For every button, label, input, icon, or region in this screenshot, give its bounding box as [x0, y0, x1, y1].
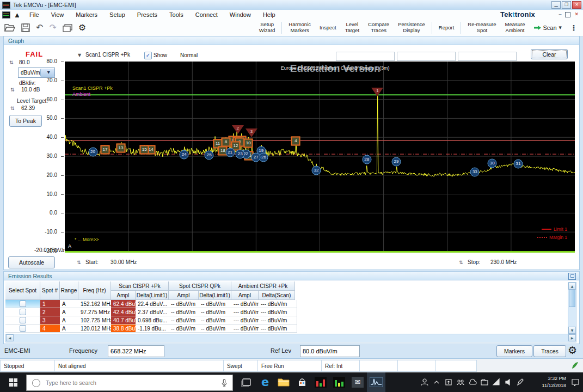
taskbar-app-scope-red[interactable]	[311, 372, 330, 392]
taskbar-app-edge[interactable]: e	[256, 372, 274, 392]
marker-33[interactable]: 33	[470, 167, 480, 176]
trace-slot-empty[interactable]	[458, 52, 517, 61]
spot-checkbox[interactable]	[20, 325, 26, 332]
menu-setup[interactable]: Setup	[103, 11, 131, 18]
marker-31[interactable]: 31	[513, 159, 523, 168]
marker-24[interactable]: 24	[180, 150, 189, 159]
db-div-spinner[interactable]: ⇅	[10, 87, 15, 93]
mdi-restore-icon[interactable]	[565, 12, 570, 17]
microphone-icon[interactable]	[220, 378, 228, 387]
menu-presets[interactable]: Presets	[131, 11, 163, 18]
toolbar-measure-ambient[interactable]: Measure Ambient	[501, 22, 529, 34]
taskbar-clock[interactable]: 3:32 PM 11/12/2018	[527, 375, 566, 389]
toolbar-level-target[interactable]: Level Target	[341, 22, 363, 34]
spot-number-cell[interactable]: 3	[40, 316, 62, 324]
open-file-icon[interactable]	[4, 23, 15, 32]
column-header-spot-cispr-qpk-delta-limit1[interactable]: Delta(Limit1)	[199, 291, 231, 300]
eject-icon[interactable]: ▲	[15, 13, 19, 17]
column-header-range[interactable]: Range	[60, 281, 78, 300]
ref-level-value[interactable]: 80.0	[19, 59, 29, 65]
spot-checkbox[interactable]	[20, 317, 26, 323]
scroll-left-icon[interactable]: ◀	[6, 334, 14, 341]
marker-4[interactable]: 4	[291, 137, 300, 146]
toolbar-persistence-display[interactable]: Persistence Display	[394, 22, 429, 34]
menu-connect[interactable]: Connect	[189, 11, 224, 18]
ref-level-spinner[interactable]: ⇅	[9, 60, 14, 65]
spectrum-plot[interactable]: Education Version Europe EN55022 Mobiles…	[65, 62, 575, 253]
taskbar-app-scope-green[interactable]	[330, 372, 348, 392]
stop-value[interactable]: 230.0 MHz	[490, 259, 517, 265]
menu-tools[interactable]: Tools	[163, 11, 189, 18]
marker-17[interactable]: 17	[101, 145, 110, 155]
marker-30[interactable]: 30	[488, 158, 497, 168]
column-header-freq-hz[interactable]: Freq (Hz)	[78, 281, 111, 300]
tray-network-icon[interactable]	[492, 378, 501, 387]
settings-gear-icon[interactable]: ⚙	[78, 23, 86, 32]
copy-window-icon[interactable]	[63, 24, 72, 32]
trace-slot-empty[interactable]	[336, 52, 395, 61]
trace-slot-empty[interactable]	[397, 52, 456, 61]
frequency-input[interactable]	[108, 345, 164, 357]
redo-icon[interactable]: ↷	[49, 23, 56, 32]
marker-25[interactable]: 25	[205, 150, 214, 160]
marker-10[interactable]: 10	[244, 138, 253, 148]
column-header-select-spot[interactable]: Select Spot	[5, 281, 40, 300]
trace-selector[interactable]: Scan1 CISPR +Pk	[85, 52, 130, 58]
table-horizontal-scrollbar[interactable]: ◀ ▶	[5, 334, 576, 342]
scroll-right-icon[interactable]: ▶	[568, 334, 576, 341]
spot-checkbox[interactable]	[20, 301, 26, 307]
marker-8[interactable]: 8	[222, 137, 231, 146]
level-target-value[interactable]: 62.39	[21, 105, 35, 111]
show-checkbox[interactable]: ✓	[144, 52, 152, 59]
marker-28[interactable]: 28	[362, 155, 371, 164]
minimize-button[interactable]: ▁	[551, 1, 561, 9]
db-div-value[interactable]: 10.0 dB	[21, 87, 40, 93]
start-value[interactable]: 30.00 MHz	[111, 259, 137, 265]
autoscale-button[interactable]: Autoscale	[8, 256, 55, 268]
taskbar-app-mail[interactable]: ✉	[348, 372, 367, 392]
log-quill-icon[interactable]	[571, 362, 579, 369]
scan-button[interactable]: Scan ▼	[530, 24, 566, 32]
maximize-button[interactable]: ❐	[562, 1, 571, 9]
tray-pen-icon[interactable]	[516, 378, 525, 387]
taskbar-search[interactable]	[26, 375, 233, 391]
column-header-ambient-cispr-pk-delta-scan[interactable]: Delta(Scan)	[259, 291, 295, 300]
overflow-menu-icon[interactable]: ⋮	[567, 23, 581, 32]
tray-cloud-icon[interactable]	[468, 378, 477, 387]
menu-file[interactable]: File	[23, 11, 45, 18]
select-spot-cell[interactable]	[5, 308, 40, 316]
marker-21[interactable]: 21	[225, 148, 235, 157]
spot-checkbox[interactable]	[20, 309, 26, 315]
select-spot-cell[interactable]	[5, 324, 40, 333]
marker-2[interactable]: 2	[232, 125, 244, 134]
toolbar-setup-wizard[interactable]: Setup Wizard	[255, 22, 279, 34]
select-spot-cell[interactable]	[5, 316, 40, 324]
toolbar-report[interactable]: Report	[435, 25, 458, 31]
spot-number-cell[interactable]: 4	[40, 324, 62, 333]
toolbar-harmonic-markers[interactable]: Harmonic Markers	[285, 22, 315, 34]
tray-folder-sync-icon[interactable]	[480, 378, 489, 387]
marker-15[interactable]: 15	[140, 145, 149, 155]
taskbar-app-store[interactable]	[293, 372, 311, 392]
stop-spinner[interactable]: ⇅	[459, 260, 463, 265]
column-header-spot[interactable]: Spot #	[40, 281, 60, 300]
mdi-minimize-icon[interactable]: –	[559, 11, 561, 17]
clear-button[interactable]: Clear	[531, 49, 568, 59]
column-header-spot-cispr-qpk-ampl[interactable]: Ampl	[169, 291, 199, 300]
more-markers-label[interactable]: * ... More>>	[75, 237, 99, 242]
toolbar-compare-traces[interactable]: Compare Traces	[364, 22, 393, 34]
spot-number-cell[interactable]: 1	[40, 300, 62, 308]
action-center-icon[interactable]	[572, 379, 579, 386]
mdi-close-icon[interactable]: ✕	[574, 11, 579, 17]
toolbar-re-measure-spot[interactable]: Re-measure Spot	[464, 22, 500, 34]
column-header-scan-cispr-pk-delta-limit1[interactable]: Delta(Limit1)	[136, 291, 169, 300]
select-spot-cell[interactable]	[5, 300, 40, 308]
tray-people-icon[interactable]	[420, 378, 429, 387]
tray-update-icon[interactable]	[444, 378, 453, 387]
column-header-scan-cispr-pk-ampl[interactable]: Ampl	[111, 291, 136, 300]
scrollbar-thumb[interactable]	[569, 290, 575, 307]
spot-number-cell[interactable]: 2	[40, 308, 62, 316]
tray-chevron-up-icon[interactable]	[432, 378, 441, 387]
taskbar-app-emcvu[interactable]	[367, 372, 385, 392]
marker-32[interactable]: 32	[311, 166, 321, 175]
